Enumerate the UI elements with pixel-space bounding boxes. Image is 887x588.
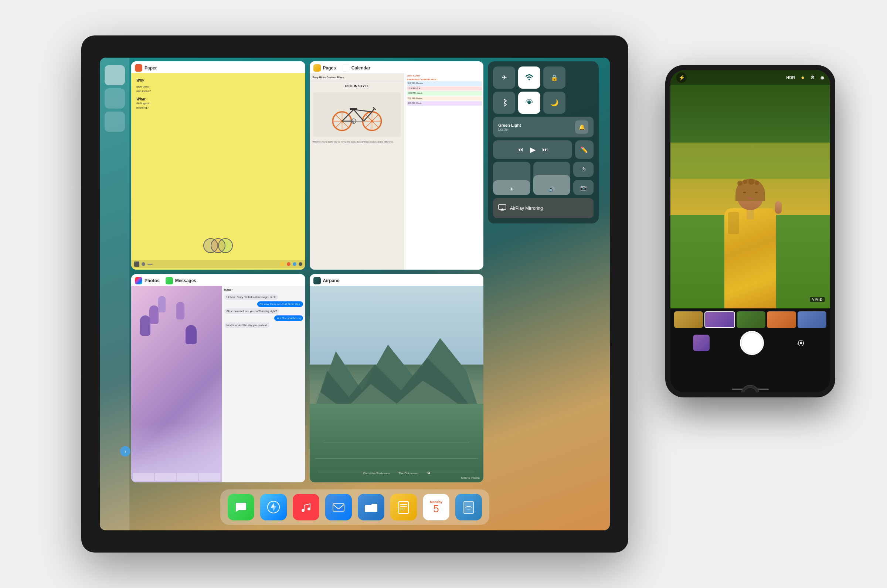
dock-travelbook-icon[interactable] <box>456 494 482 520</box>
cc-airplay-button[interactable]: AirPlay Mirroring <box>493 198 594 218</box>
paper-icon <box>135 64 142 72</box>
scene: › Paper Why dive deep <box>37 21 850 567</box>
sidebar-expand-arrow[interactable]: › <box>120 446 131 456</box>
cc-lock-btn[interactable]: 🔒 <box>543 66 565 88</box>
paper-app-header: Paper <box>131 61 305 73</box>
control-center-card: ✈ 🔒 <box>488 61 606 270</box>
dock-music-icon[interactable] <box>293 494 319 520</box>
paper-app-content: Why dive deep and ideas? What distinguis… <box>131 73 305 270</box>
airplay-icon <box>498 204 506 212</box>
cc-volume-slider[interactable]: 🔊 <box>533 162 571 195</box>
photos-messages-header: Photos Messages <box>131 274 305 286</box>
iphone-device: ⚡ HDR ● ⏱ ◉ VIVID <box>665 65 835 398</box>
thumbnail-3[interactable] <box>737 311 765 328</box>
photos-messages-content: Kara › Hi there! Sorry for that last mes… <box>131 286 305 482</box>
iphone-camera-controls <box>671 331 830 355</box>
machu-picchu-label: Machu Picchu <box>461 476 480 479</box>
pages-calendar-card[interactable]: Pages Calendar Easy Rider Custom Bikes R… <box>310 61 484 270</box>
dock-files-icon[interactable] <box>358 494 384 520</box>
airpano-card[interactable]: Airpano ✕ <box>310 274 484 482</box>
photos-messages-card[interactable]: Photos Messages <box>131 274 305 482</box>
cc-camera-icon-btn[interactable]: 📷 <box>573 180 594 195</box>
airpano-content: ✕ <box>310 286 484 482</box>
brightness-icon: ☀ <box>509 186 514 192</box>
thumbnail-1[interactable] <box>674 311 703 328</box>
sidebar-icon-2 <box>105 88 125 109</box>
cc-timer-icon-btn[interactable]: ⏱ <box>573 162 594 177</box>
thumbnail-4[interactable] <box>767 311 796 328</box>
cc-moon-btn[interactable]: 🌙 <box>543 92 565 114</box>
svg-point-32 <box>308 507 310 510</box>
cc-airdrop-btn[interactable] <box>518 92 540 114</box>
cc-playback-controls: ⏮ ▶ ⏭ <box>493 140 572 159</box>
iphone-screen: ⚡ HDR ● ⏱ ◉ VIVID <box>671 70 830 392</box>
svg-point-23 <box>528 101 531 104</box>
iphone-timer-btn[interactable]: ⏱ <box>810 75 815 80</box>
pages-app-name: Pages <box>323 65 336 70</box>
iphone-library-btn[interactable] <box>693 334 710 351</box>
svg-rect-33 <box>333 504 344 511</box>
dock-pages-icon[interactable] <box>390 494 417 520</box>
dock-safari-icon[interactable] <box>260 494 287 520</box>
message-5: Next time don't be shy you can text! <box>224 322 270 328</box>
message-1: Hi there! Sorry for that last message I … <box>224 294 278 300</box>
iphone-flip-camera-btn[interactable] <box>794 336 807 350</box>
cc-bell-btn[interactable]: 🔔 <box>575 120 588 134</box>
dock-calendar-icon[interactable]: Monday 5 <box>423 494 450 520</box>
cc-row-1: ✈ 🔒 <box>493 66 594 88</box>
cc-airplane-btn[interactable]: ✈ <box>493 66 515 88</box>
iphone-shutter-btn[interactable] <box>740 331 764 355</box>
svg-point-39 <box>800 342 802 344</box>
airplay-symbol <box>498 204 506 211</box>
iphone-live-btn[interactable]: ● <box>801 74 804 81</box>
dock-pages-document <box>397 500 410 514</box>
flash-icon: ⚡ <box>678 75 685 81</box>
dock-calendar-date: 5 <box>433 504 439 514</box>
dock-music-note <box>299 500 313 514</box>
thumbnail-5[interactable] <box>798 311 826 328</box>
iphone-filter-btn[interactable]: ◉ <box>821 75 824 80</box>
ipad-sidebar: › <box>100 58 129 530</box>
pages-icon <box>313 64 321 72</box>
dock-travelbook-icon-boat <box>462 500 476 514</box>
paper-app-card[interactable]: Paper Why dive deep and ideas? What <box>131 61 305 270</box>
cc-forward-btn[interactable]: ⏭ <box>542 146 548 153</box>
cc-brightness-volume-row: ☀ 🔊 ⏱ 📷 <box>493 162 594 195</box>
dock-messages-bubble <box>234 500 248 514</box>
cc-play-btn[interactable]: ▶ <box>530 145 535 154</box>
thumbnail-2[interactable] <box>704 311 735 328</box>
vivid-badge: VIVID <box>810 297 825 302</box>
iphone-camera-bottom <box>671 308 830 392</box>
svg-rect-34 <box>399 502 408 513</box>
bluetooth-icon <box>501 98 508 107</box>
calendar-app-name: Calendar <box>352 65 370 70</box>
person-figure <box>725 208 776 312</box>
apps-grid: Paper Why dive deep and ideas? What <box>131 61 606 482</box>
iphone-hdr-btn[interactable]: HDR <box>786 75 795 80</box>
sidebar-icon-3 <box>105 111 125 132</box>
dock-mail-icon[interactable] <box>325 494 352 520</box>
cc-wifi-btn[interactable] <box>518 66 540 88</box>
svg-point-31 <box>302 509 305 512</box>
cc-rewind-btn[interactable]: ⏮ <box>517 146 523 153</box>
cc-music-title: Green Light <box>498 123 571 128</box>
iphone-thumbnail-strip <box>671 311 830 328</box>
cc-edit-btn[interactable]: ✏️ <box>575 140 594 159</box>
ipad-device: › Paper Why dive deep <box>81 36 628 552</box>
cc-music-artist: Lorde <box>498 128 571 132</box>
shutter-inner <box>742 333 762 354</box>
calendar-icon <box>342 64 349 72</box>
cc-bluetooth-btn[interactable] <box>493 92 515 114</box>
volume-icon: 🔊 <box>549 186 555 192</box>
yellow-coat <box>725 208 776 312</box>
iphone-flash-btn[interactable]: ⚡ <box>677 72 687 83</box>
airdrop-icon <box>525 98 534 107</box>
svg-line-15 <box>354 110 372 112</box>
iphone-camera-top-bar: ⚡ HDR ● ⏱ ◉ <box>671 70 830 85</box>
cc-brightness-slider[interactable]: ☀ <box>493 162 530 195</box>
message-4: Yes! See you then :-) <box>274 315 303 321</box>
pages-title: RIDE IN STYLE <box>310 82 405 90</box>
dock-messages-icon[interactable] <box>228 494 254 520</box>
airpano-header: Airpano <box>310 274 484 286</box>
iphone-camera-view: ⚡ HDR ● ⏱ ◉ <box>671 70 830 312</box>
